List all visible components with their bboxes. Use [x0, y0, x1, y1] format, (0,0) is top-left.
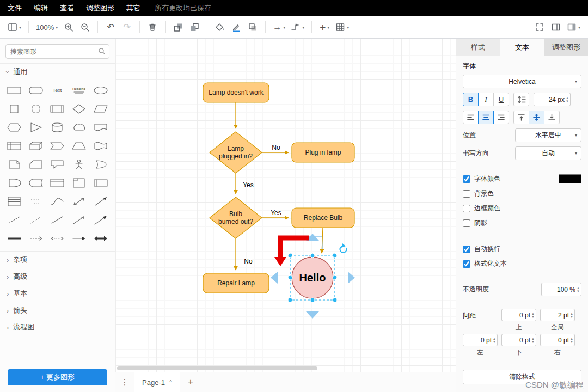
shadow-button[interactable] — [245, 20, 260, 35]
shape-note[interactable] — [3, 156, 25, 173]
tab-style[interactable]: 样式 — [456, 39, 500, 56]
shape-label[interactable] — [25, 193, 47, 210]
shape-cylinder[interactable] — [47, 119, 69, 136]
align-left-button[interactable] — [463, 111, 479, 124]
menu-edit[interactable]: 编辑 — [34, 3, 48, 13]
section-basic[interactable]: ›基本 — [0, 285, 115, 302]
shape-circle[interactable] — [25, 101, 47, 117]
shape-ellipse[interactable] — [90, 82, 112, 99]
spacing-top-input[interactable] — [504, 311, 531, 319]
menu-view[interactable]: 查看 — [60, 3, 74, 13]
shape-document[interactable] — [90, 119, 112, 136]
fullscreen-button[interactable] — [532, 20, 547, 35]
formatted-text-checkbox[interactable] — [463, 260, 470, 268]
shape-hexagon[interactable] — [3, 119, 25, 136]
direction-arrow-right[interactable] — [348, 272, 355, 284]
shape-actor[interactable] — [68, 156, 90, 173]
valign-middle-button[interactable] — [529, 111, 544, 124]
align-right-button[interactable] — [493, 111, 509, 124]
shape-or[interactable] — [90, 156, 112, 173]
shape-bidirectional-arrow[interactable] — [68, 193, 90, 210]
shape-dotted-double-arrow[interactable] — [47, 230, 69, 247]
stepper-icon[interactable]: ▲▼ — [493, 337, 496, 344]
redo-button[interactable]: ↷ — [119, 20, 134, 35]
shape-cube[interactable] — [25, 138, 47, 154]
to-back-button[interactable] — [187, 20, 202, 35]
font-color-swatch[interactable] — [559, 174, 581, 183]
line-color-button[interactable] — [229, 20, 244, 35]
section-general[interactable]: › 通用 — [0, 63, 115, 80]
menu-arrange[interactable]: 调整图形 — [86, 3, 114, 13]
horizontal-scrollbar[interactable] — [117, 366, 317, 370]
fill-color-button[interactable] — [212, 20, 228, 35]
shape-textbox[interactable]: Heading — [68, 82, 90, 99]
stepper-icon[interactable]: ▲▼ — [570, 337, 573, 344]
menu-extras[interactable]: 其它 — [126, 3, 140, 13]
shape-dashed-line[interactable] — [3, 212, 25, 228]
valign-top-button[interactable] — [513, 111, 529, 124]
shape-text[interactable]: Text — [47, 82, 69, 99]
view-panels-button[interactable]: ▾ — [5, 20, 23, 35]
shape-vertical-container[interactable] — [68, 175, 90, 191]
spacing-left-input[interactable] — [465, 336, 493, 344]
undo-button[interactable]: ↶ — [103, 20, 118, 35]
shape-container[interactable] — [47, 175, 69, 191]
canvas-area[interactable]: No Yes Yes No Lamp doesn't work Lamp plu… — [115, 39, 456, 392]
search-input[interactable] — [5, 44, 109, 59]
shape-process[interactable] — [47, 101, 69, 117]
flow-node-hello[interactable]: Hello — [292, 257, 333, 298]
delete-button[interactable] — [145, 20, 160, 35]
shape-card[interactable] — [25, 156, 47, 173]
background-color-checkbox[interactable] — [463, 190, 470, 198]
shape-and[interactable] — [3, 175, 25, 191]
shape-triangle[interactable] — [25, 119, 47, 136]
insert-button[interactable]: + ▾ — [317, 20, 332, 35]
shape-dashed-arrow[interactable] — [25, 230, 47, 247]
selection-handle[interactable] — [333, 253, 337, 258]
shape-cloud[interactable] — [68, 119, 90, 136]
shape-filled-arrow[interactable] — [90, 212, 112, 228]
zoom-out-button[interactable] — [77, 20, 93, 35]
border-color-checkbox[interactable] — [463, 205, 470, 212]
section-flowchart[interactable]: ›流程图 — [0, 318, 115, 335]
underline-button[interactable]: U — [493, 93, 509, 106]
stepper-icon[interactable]: ▲▼ — [577, 286, 580, 293]
section-arrows[interactable]: ›箭头 — [0, 302, 115, 318]
selection-handle[interactable] — [310, 253, 315, 258]
line-spacing-button[interactable] — [513, 93, 529, 106]
flow-node-bulb-burned-out[interactable]: Bulb burned out? — [210, 197, 262, 238]
shape-line-arrow[interactable] — [68, 212, 90, 228]
pages-menu-icon[interactable]: ⋮ — [115, 377, 134, 387]
spacing-global-input[interactable] — [543, 311, 570, 319]
direction-arrow-left[interactable] — [271, 272, 278, 284]
section-misc[interactable]: ›杂项 — [0, 251, 115, 268]
selection-handle[interactable] — [288, 253, 292, 258]
connection-style-button[interactable]: → ▾ — [271, 20, 287, 35]
italic-button[interactable]: I — [478, 93, 494, 106]
more-shapes-button[interactable]: + 更多图形 — [8, 369, 107, 385]
direction-arrow-down[interactable] — [306, 311, 319, 318]
shape-rounded-rectangle[interactable] — [25, 82, 47, 99]
valign-bottom-button[interactable] — [544, 111, 560, 124]
word-wrap-checkbox[interactable] — [463, 246, 470, 253]
shape-square[interactable] — [3, 101, 25, 117]
zoom-in-button[interactable] — [61, 20, 76, 35]
shape-horizontal-container[interactable] — [90, 175, 112, 191]
stepper-icon[interactable]: ▲▼ — [531, 337, 535, 344]
align-center-button[interactable] — [478, 111, 494, 124]
selection-handle[interactable] — [333, 298, 337, 302]
waypoint-style-button[interactable]: ▾ — [289, 20, 307, 35]
bold-button[interactable]: B — [463, 93, 479, 106]
rotate-handle-icon[interactable] — [340, 243, 346, 253]
shape-arrow[interactable] — [90, 193, 112, 210]
shape-rectangle[interactable] — [3, 82, 25, 99]
flow-node-start[interactable]: Lamp doesn't work — [203, 83, 269, 102]
flow-node-lamp-plugged-in[interactable]: Lamp plugged in? — [210, 132, 262, 173]
shape-dotted-line[interactable] — [25, 212, 47, 228]
shape-line[interactable] — [47, 212, 69, 228]
collapse-panel-button[interactable]: ▾ — [565, 20, 583, 35]
shape-parallelogram[interactable] — [90, 101, 112, 117]
selection-handle[interactable] — [310, 298, 315, 302]
tab-text[interactable]: 文本 — [500, 39, 544, 56]
to-front-button[interactable] — [170, 20, 186, 35]
